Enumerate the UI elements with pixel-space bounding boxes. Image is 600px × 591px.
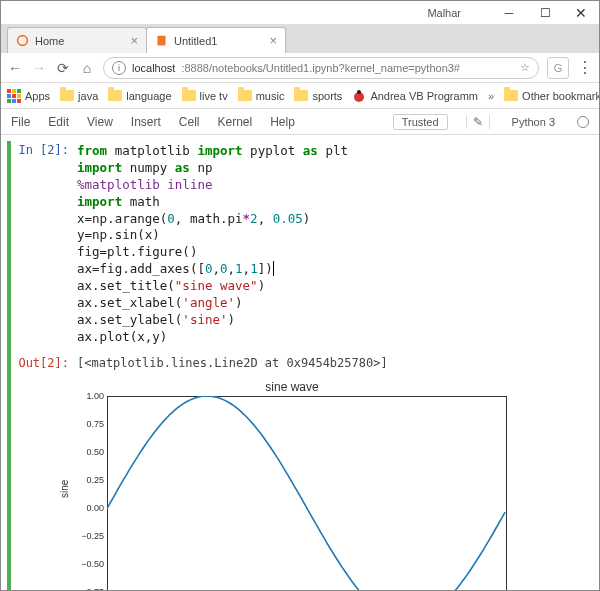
svg-rect-4 xyxy=(108,396,507,591)
close-tab-icon[interactable]: × xyxy=(269,33,277,48)
bookmark-andrea[interactable]: Andrea VB Programm xyxy=(352,89,478,103)
bookmark-label: java xyxy=(78,90,98,102)
google-search-button[interactable]: G xyxy=(547,57,569,79)
input-prompt: In [2]: xyxy=(17,141,77,354)
window-close-button[interactable]: ✕ xyxy=(563,1,599,25)
folder-icon xyxy=(108,90,122,101)
bookmark-label: music xyxy=(256,90,285,102)
menu-insert[interactable]: Insert xyxy=(131,115,161,129)
bookmark-folder-sports[interactable]: sports xyxy=(294,90,342,102)
kernel-status-icon xyxy=(577,116,589,128)
output-chart: sine wave sine −1.00−0.75−0.50−0.250.000… xyxy=(77,380,507,592)
browser-tabbar: Home × Untitled1 × xyxy=(1,25,599,53)
output-prompt: Out[2]: xyxy=(17,354,77,380)
reload-button[interactable]: ⟳ xyxy=(55,60,71,76)
apps-label: Apps xyxy=(25,90,50,102)
folder-icon xyxy=(294,90,308,101)
kernel-name[interactable]: Python 3 xyxy=(508,116,559,128)
bookmark-folder-livetv[interactable]: live tv xyxy=(182,90,228,102)
notebook-icon xyxy=(155,34,168,47)
svg-point-3 xyxy=(357,90,361,94)
window-user-label: Malhar xyxy=(427,7,461,19)
site-info-icon[interactable]: i xyxy=(112,61,126,75)
folder-icon xyxy=(504,90,518,101)
close-tab-icon[interactable]: × xyxy=(130,33,138,48)
bookmark-folder-java[interactable]: java xyxy=(60,90,98,102)
window-titlebar: Malhar ─ ☐ ✕ xyxy=(1,1,599,25)
folder-icon xyxy=(182,90,196,101)
notebook-area[interactable]: In [2]: from matplotlib import pyplot as… xyxy=(1,135,599,591)
menu-help[interactable]: Help xyxy=(270,115,295,129)
url-path: :8888/notebooks/Untitled1.ipynb?kernel_n… xyxy=(181,62,460,74)
code-cell[interactable]: In [2]: from matplotlib import pyplot as… xyxy=(7,141,589,591)
bookmark-folder-language[interactable]: language xyxy=(108,90,171,102)
bookmark-star-icon[interactable]: ☆ xyxy=(520,61,530,74)
bookmark-folder-music[interactable]: music xyxy=(238,90,285,102)
chart-yticks: −1.00−0.75−0.50−0.250.000.250.500.751.00 xyxy=(72,396,104,592)
trusted-badge[interactable]: Trusted xyxy=(393,114,448,130)
menu-kernel[interactable]: Kernel xyxy=(218,115,253,129)
forward-button[interactable]: → xyxy=(31,60,47,76)
svg-rect-1 xyxy=(157,36,165,46)
bookmark-label: language xyxy=(126,90,171,102)
menu-edit[interactable]: Edit xyxy=(48,115,69,129)
browser-tab-notebook[interactable]: Untitled1 × xyxy=(146,27,286,53)
svg-point-0 xyxy=(18,36,28,46)
back-button[interactable]: ← xyxy=(7,60,23,76)
ladybug-icon xyxy=(352,89,366,103)
apps-icon xyxy=(7,89,21,103)
tab-title: Home xyxy=(35,35,64,47)
folder-icon xyxy=(238,90,252,101)
menu-cell[interactable]: Cell xyxy=(179,115,200,129)
window-minimize-button[interactable]: ─ xyxy=(491,1,527,25)
bookmark-label: Andrea VB Programm xyxy=(370,90,478,102)
menu-file[interactable]: File xyxy=(11,115,30,129)
tab-title: Untitled1 xyxy=(174,35,217,47)
browser-toolbar: ← → ⟳ ⌂ i localhost:8888/notebooks/Untit… xyxy=(1,53,599,83)
browser-tab-home[interactable]: Home × xyxy=(7,27,147,53)
window-maximize-button[interactable]: ☐ xyxy=(527,1,563,25)
code-editor[interactable]: from matplotlib import pyplot as plt imp… xyxy=(77,141,589,354)
bookmark-label: Other bookmarks xyxy=(522,90,600,102)
browser-menu-button[interactable]: ⋮ xyxy=(577,58,593,77)
chart-plot-area: sine −1.00−0.75−0.50−0.250.000.250.500.7… xyxy=(107,396,507,592)
other-bookmarks-button[interactable]: Other bookmarks xyxy=(504,90,600,102)
bookmarks-overflow-button[interactable]: » xyxy=(488,90,494,102)
menu-view[interactable]: View xyxy=(87,115,113,129)
output-text: [<matplotlib.lines.Line2D at 0x9454b2578… xyxy=(77,354,589,380)
bookmarks-bar: Apps java language live tv music sports … xyxy=(1,83,599,109)
chart-title: sine wave xyxy=(77,380,507,394)
url-host: localhost xyxy=(132,62,175,74)
bookmark-label: live tv xyxy=(200,90,228,102)
notebook-menubar: File Edit View Insert Cell Kernel Help T… xyxy=(1,109,599,135)
jupyter-icon xyxy=(16,34,29,47)
home-button[interactable]: ⌂ xyxy=(79,60,95,76)
chart-ylabel: sine xyxy=(59,480,70,498)
bookmark-label: sports xyxy=(312,90,342,102)
chart-svg xyxy=(107,396,507,592)
apps-button[interactable]: Apps xyxy=(7,89,50,103)
edit-mode-icon[interactable]: ✎ xyxy=(466,115,490,129)
address-bar[interactable]: i localhost:8888/notebooks/Untitled1.ipy… xyxy=(103,57,539,79)
folder-icon xyxy=(60,90,74,101)
